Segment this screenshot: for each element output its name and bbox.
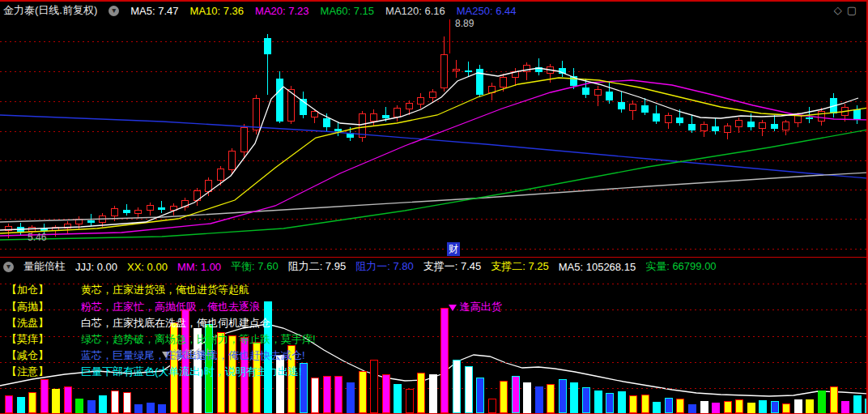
candle-body — [500, 77, 507, 87]
row-text-wait: 绿芯，趋势破，离场急，比耐力，等止跌，莫手痒! — [81, 332, 316, 347]
row-text-notice: 巨量下部有蓝色(大单流出)时，说明有主力出逃! — [81, 365, 301, 379]
grid-dotted-line — [0, 101, 866, 102]
volume-bar — [123, 392, 131, 413]
volume-bar — [334, 376, 343, 413]
candle-body — [5, 226, 12, 231]
ma20-legend: MA20: 7.23 — [255, 5, 309, 17]
MA120-line — [0, 173, 868, 222]
candle-body — [134, 210, 142, 215]
ma60-legend: MA60: 7.15 — [321, 5, 375, 17]
field-sup2: 支撑二: 7.25 — [491, 259, 549, 274]
volume-bar — [559, 379, 567, 413]
row-label-add: 【加仓】 — [6, 283, 49, 297]
volume-bar — [323, 376, 331, 413]
volume-bar — [665, 398, 673, 413]
candle-body — [40, 228, 48, 231]
grid-dotted-line — [0, 131, 866, 132]
square-icon[interactable]: ▢ — [847, 4, 862, 16]
volume-bar — [570, 382, 578, 413]
volume-bar — [606, 393, 614, 413]
candle-body — [547, 66, 554, 74]
candle-body — [771, 124, 778, 129]
chevron-down-icon[interactable]: ▾ — [108, 6, 119, 16]
volume-bar — [370, 360, 378, 413]
volume-bar — [28, 392, 36, 413]
volume-bar — [75, 399, 83, 413]
ma120-legend: MA120: 6.16 — [385, 5, 445, 17]
candle-body — [841, 107, 849, 116]
candle-body — [370, 113, 377, 122]
grid-dotted-line — [0, 249, 866, 250]
MA60-line — [0, 130, 868, 240]
candle-body — [512, 71, 519, 79]
row-text-add: 黄芯，庄家进货强，俺也进货等起航 — [81, 283, 249, 297]
candle-body — [87, 220, 95, 223]
candle-body — [653, 113, 660, 122]
corner-icons: ◇▢ — [834, 4, 862, 16]
candle-body — [240, 127, 248, 152]
candle-body — [700, 124, 708, 131]
sell-marker: 逢高出货 — [449, 300, 502, 314]
field-mm: MM: 1.00 — [177, 261, 221, 273]
candle-body — [641, 105, 649, 113]
volume-bar — [347, 382, 355, 413]
volume-bar — [134, 404, 143, 413]
candle-body — [111, 208, 118, 216]
volume-bar — [853, 395, 862, 413]
row-text-sellhigh: 粉芯，庄家忙，高抛低吸，俺也去逐浪 — [81, 300, 260, 314]
chevron-down-icon[interactable]: ▾ — [3, 262, 14, 272]
wealth-flag-badge[interactable]: 财 — [447, 242, 460, 256]
diamond-icon[interactable]: ◇ — [834, 4, 847, 16]
ma5-legend: MA5: 7.47 — [130, 5, 178, 17]
candle-body — [818, 111, 825, 121]
stock-title: 金力泰(日线.前复权) — [3, 3, 97, 18]
volume-bar — [64, 386, 72, 413]
volume-bar — [453, 360, 461, 413]
volume-bar — [547, 384, 555, 413]
field-res2: 阻力二: 7.95 — [288, 259, 347, 274]
volume-bar — [512, 376, 520, 413]
grid-dotted-line — [0, 71, 866, 72]
field-xx: XX: 0.00 — [127, 261, 168, 273]
candle-body — [170, 206, 177, 211]
volume-bar — [676, 399, 684, 413]
candle-body — [52, 227, 59, 230]
low-price-label: 5.46 — [28, 232, 46, 243]
candle-body — [794, 115, 802, 123]
candle-body — [287, 89, 295, 122]
candle-body — [64, 224, 71, 228]
volume-bar — [87, 400, 96, 413]
candle-body — [488, 86, 496, 94]
high-price-label: 8.89 — [455, 18, 474, 29]
candle-body — [476, 69, 483, 95]
volume-bar — [488, 399, 496, 413]
row-label-washout: 【洗盘】 — [6, 316, 49, 331]
volume-bar — [440, 308, 449, 413]
candle-body — [676, 117, 683, 123]
candle-body — [228, 151, 236, 170]
candle-body — [123, 210, 130, 213]
volume-bar — [535, 386, 543, 413]
volume-bar — [382, 374, 390, 413]
high-annotation-line — [449, 19, 450, 53]
candle-wick — [809, 107, 810, 123]
volume-bar — [747, 403, 755, 413]
candle-body — [735, 120, 742, 128]
volume-bar — [724, 401, 732, 413]
candle-body — [300, 99, 307, 115]
candle-body — [747, 122, 755, 127]
candle-body — [570, 76, 577, 86]
stock-chart-window: 金力泰(日线.前复权) ▾ MA5: 7.47 MA10: 7.36 MA20:… — [0, 0, 868, 414]
volume-bar — [276, 355, 284, 413]
candle-body — [253, 98, 260, 130]
candle-body — [406, 103, 413, 109]
row-label-reduce: 【减仓】 — [6, 348, 49, 363]
candle-body — [759, 122, 766, 130]
candle-body — [782, 122, 789, 130]
candle-body — [594, 89, 602, 96]
candle-body — [830, 98, 837, 114]
volume-bar — [40, 379, 49, 413]
candle-body — [853, 109, 861, 120]
candle-body — [217, 169, 224, 181]
volume-bar — [641, 395, 649, 413]
